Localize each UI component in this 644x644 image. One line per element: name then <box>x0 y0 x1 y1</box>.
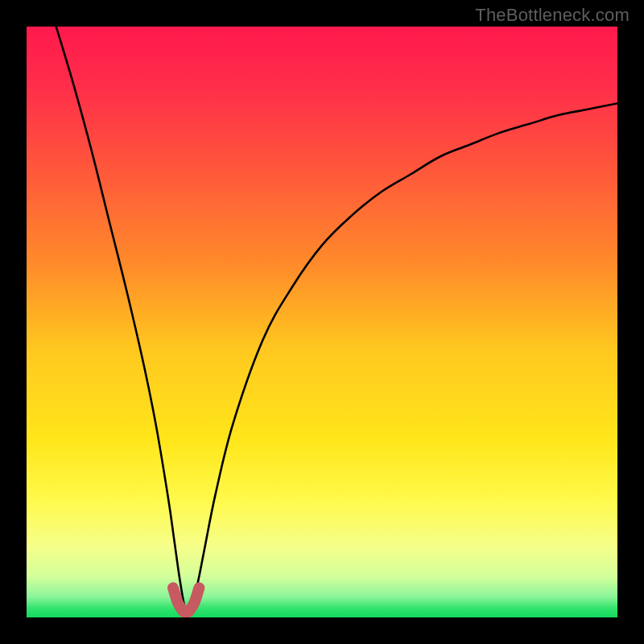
watermark-text: TheBottleneck.com <box>475 5 630 26</box>
bottleneck-curve <box>56 27 617 613</box>
chart-frame: TheBottleneck.com <box>0 0 644 644</box>
curve-layer <box>27 27 617 617</box>
min-region-marker <box>173 588 199 613</box>
plot-area <box>27 27 617 617</box>
